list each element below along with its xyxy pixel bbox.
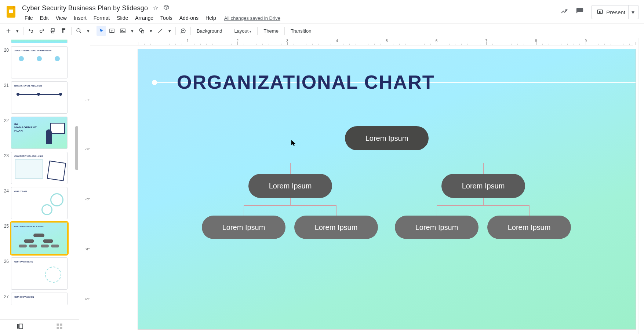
paint-format-button[interactable] (59, 26, 69, 36)
svg-rect-13 (19, 324, 23, 329)
canvas-scrollbar[interactable] (638, 38, 644, 334)
undo-button[interactable] (26, 26, 36, 36)
filmstrip[interactable]: 20 ADVERTISING AND PROMOTION 21 BREAK-EV… (0, 38, 79, 334)
toolbar: ▾ ▾ ▾ ▾ ▾ Background Layout Theme Transi… (0, 23, 644, 38)
present-button[interactable]: Present ▾ (591, 5, 639, 19)
comment-icon[interactable] (576, 7, 584, 17)
menu-slide[interactable]: Slide (114, 14, 131, 22)
connector (290, 163, 484, 163)
menu-addons[interactable]: Add-ons (177, 14, 201, 22)
slide-thumbnail-26[interactable]: 26 OUR PARTNERS (0, 257, 79, 290)
new-slide-dropdown-icon[interactable]: ▾ (14, 26, 21, 36)
workspace: 20 ADVERTISING AND PROMOTION 21 BREAK-EV… (0, 38, 644, 334)
vertical-ruler[interactable]: 12345 (83, 45, 90, 334)
line-tool[interactable] (155, 26, 165, 36)
zoom-button[interactable] (74, 26, 84, 36)
ruler-tick-label: 9 (585, 39, 587, 43)
present-label: Present (606, 9, 625, 15)
connector (244, 205, 336, 206)
mouse-cursor-icon (291, 140, 296, 147)
ruler-tick-label: 2 (85, 148, 90, 151)
app-icon[interactable] (4, 4, 19, 19)
grid-view-icon[interactable] (56, 323, 63, 331)
background-button[interactable]: Background (193, 27, 226, 35)
org-node-l3-4[interactable]: Lorem Ipsum (487, 216, 571, 239)
menu-view[interactable]: View (53, 14, 69, 22)
org-node-l3-3[interactable]: Lorem Ipsum (395, 216, 479, 239)
svg-rect-11 (141, 30, 144, 33)
org-node-root[interactable]: Lorem Ipsum (345, 126, 429, 150)
slide-thumbnail-20[interactable]: 20 ADVERTISING AND PROMOTION (0, 46, 79, 78)
canvas-area[interactable]: 123456789 12345 ORGANIZATIONAL CHART (79, 38, 644, 334)
star-icon[interactable]: ☆ (153, 4, 158, 12)
transition-button[interactable]: Transition (287, 27, 315, 35)
svg-rect-17 (60, 327, 62, 329)
ruler-tick-label: 1 (85, 99, 90, 101)
ruler-tick-label: 2 (236, 39, 239, 43)
slide-thumbnail-19-peek[interactable] (11, 40, 68, 43)
move-icon[interactable] (163, 4, 169, 12)
connector (483, 163, 484, 174)
svg-rect-16 (57, 327, 59, 329)
connector (244, 205, 244, 216)
org-node-l3-1[interactable]: Lorem Ipsum (202, 216, 285, 239)
textbox-tool[interactable] (107, 26, 117, 36)
ruler-tick-label: 5 (386, 39, 388, 43)
menu-bar: File Edit View Insert Format Slide Arran… (22, 13, 280, 23)
connector (529, 205, 530, 216)
slide-thumbnail-22[interactable]: 22 04MANAGEMENTPLAN (0, 117, 79, 149)
theme-button[interactable]: Theme (260, 27, 282, 35)
menu-help[interactable]: Help (203, 14, 219, 22)
image-tool[interactable] (118, 26, 128, 36)
svg-rect-12 (17, 324, 19, 329)
trend-icon[interactable] (560, 7, 568, 17)
redo-button[interactable] (37, 26, 47, 36)
menu-format[interactable]: Format (91, 14, 112, 22)
slide-canvas[interactable]: ORGANIZATIONAL CHART Lorem Ipsum Lorem I… (138, 49, 636, 329)
ruler-tick-label: 7 (485, 39, 487, 43)
filmstrip-view-icon[interactable] (16, 323, 23, 331)
doc-title[interactable]: Cyber Security Business Plan by Slidesgo (22, 4, 148, 12)
slide-thumbnail-23[interactable]: 23 COMPETITION ANALYSIS (0, 152, 79, 184)
slide-title[interactable]: ORGANIZATIONAL CHART (177, 71, 434, 93)
select-tool[interactable] (97, 26, 106, 36)
line-dropdown-icon[interactable]: ▾ (166, 26, 173, 36)
zoom-dropdown-icon[interactable]: ▾ (85, 26, 92, 36)
ruler-tick-label: 6 (436, 39, 438, 43)
ruler-tick-label: 5 (85, 298, 90, 300)
new-slide-button[interactable] (4, 26, 13, 36)
ruler-tick-label: 4 (336, 39, 338, 43)
title-bar: Cyber Security Business Plan by Slidesgo… (0, 0, 644, 23)
org-node-l2-1[interactable]: Lorem Ipsum (248, 174, 332, 198)
present-dropdown-icon[interactable]: ▾ (628, 5, 637, 19)
horizontal-ruler[interactable]: 123456789 (90, 38, 633, 45)
slide-thumbnail-27[interactable]: 27 OUR EXPANSION (0, 293, 79, 305)
filmstrip-scrollbar[interactable] (74, 38, 79, 334)
slide-thumbnail-21[interactable]: 21 BREAK-EVEN ANALYSIS (0, 81, 79, 114)
image-dropdown-icon[interactable]: ▾ (129, 26, 136, 36)
svg-rect-8 (121, 29, 125, 33)
menu-edit[interactable]: Edit (37, 14, 51, 22)
slide-thumbnail-25[interactable]: 25 ORGANIZATIONAL CHART (0, 222, 79, 254)
connector (437, 205, 437, 216)
menu-file[interactable]: File (22, 14, 36, 22)
org-node-l2-2[interactable]: Lorem Ipsum (441, 174, 525, 198)
svg-rect-15 (60, 323, 62, 326)
filmstrip-view-toggle (0, 319, 79, 334)
slide-thumbnail-24[interactable]: 24 OUR TEAM (0, 187, 79, 219)
org-node-l3-2[interactable]: Lorem Ipsum (294, 216, 378, 239)
menu-arrange[interactable]: Arrange (132, 14, 156, 22)
menu-insert[interactable]: Insert (71, 14, 89, 22)
shape-tool[interactable] (137, 26, 147, 36)
menu-tools[interactable]: Tools (158, 14, 175, 22)
shape-dropdown-icon[interactable]: ▾ (148, 26, 154, 36)
ruler-tick-label: 3 (286, 39, 288, 43)
add-comment-button[interactable] (178, 26, 188, 36)
svg-rect-14 (57, 323, 59, 326)
connector (290, 198, 291, 205)
layout-button[interactable]: Layout (230, 27, 255, 35)
connector (290, 163, 291, 174)
print-button[interactable] (48, 26, 58, 36)
save-status[interactable]: All changes saved in Drive (224, 15, 280, 21)
ruler-tick-label: 3 (85, 198, 90, 201)
